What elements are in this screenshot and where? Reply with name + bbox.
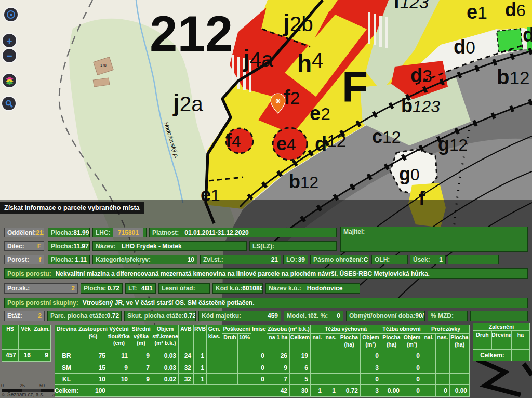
- table-cell: 0: [251, 374, 267, 384]
- table-cell: 42: [267, 385, 289, 396]
- field-label: Úsek:: [413, 256, 430, 263]
- table-cell: 0.00: [450, 385, 469, 396]
- field-spare-2: [470, 311, 528, 321]
- field-label: Lesní úřad:: [162, 285, 195, 292]
- zoom-out-button[interactable]: −: [3, 49, 16, 62]
- field-label: Obmýtí/obnovní doba:: [349, 312, 415, 320]
- table-cell: 0: [361, 350, 381, 362]
- table-cell: Těžba obnovní: [381, 325, 422, 333]
- field-value: 39: [298, 256, 305, 263]
- field-lt: LT:4B1: [125, 283, 156, 294]
- table-cell: Poškození: [222, 325, 251, 333]
- field-label: Pásmo ohrožení:: [313, 256, 364, 263]
- table-cell: Objem (m³): [402, 334, 422, 350]
- field-plocha-porost: Plocha:1.11: [48, 255, 90, 264]
- table-cell: [108, 385, 267, 396]
- field-value: Hodoňovice: [307, 285, 343, 292]
- table-cell: [222, 374, 237, 384]
- field-value: 11.97: [73, 243, 88, 250]
- table-cell: 9: [108, 362, 130, 373]
- app-window: 02550©Seznam.cz, a.s.2021 212Fj2bj4ah4j2…: [0, 0, 532, 398]
- table-cell: [422, 374, 435, 384]
- table-cell: BR: [55, 350, 78, 362]
- table-cell: 26: [267, 350, 289, 362]
- field-spare-1: [448, 255, 499, 264]
- table-cell: 0: [402, 385, 422, 396]
- table-cell: [311, 350, 324, 362]
- field-usek: Úsek:1: [410, 255, 446, 264]
- field-parc-plocha: Parc. plocha etáže:0.72: [47, 311, 122, 321]
- table-cell: Zásoba (m³ b.k.): [267, 325, 310, 333]
- layers-button[interactable]: [3, 74, 16, 87]
- table-cell: 3: [361, 362, 381, 373]
- tooltip: Získat informace o parcele vybraného mís…: [0, 202, 144, 214]
- map-parcel-label: 212: [150, 6, 233, 61]
- field-label: Oddělení:: [7, 229, 36, 236]
- field-label: Plocha:: [84, 285, 106, 292]
- table-cell: 100: [78, 385, 108, 396]
- search-button[interactable]: [2, 97, 16, 110]
- table-cell: 9: [267, 362, 289, 373]
- table-cell: 0: [251, 350, 267, 362]
- table-cell: 19: [290, 350, 310, 362]
- table-cell: Střední výška (m): [130, 325, 152, 350]
- table-cell: [238, 374, 251, 384]
- table-cell: [311, 362, 324, 373]
- table-cell: [450, 350, 469, 362]
- table-cell: 1: [194, 350, 206, 362]
- field-pasmo: Pásmo ohrožení:C: [310, 255, 369, 264]
- zoom-in-button[interactable]: +: [3, 34, 16, 47]
- field-lesni-urad: Lesní úřad:: [158, 283, 210, 294]
- map-parcel-label: e1: [467, 1, 487, 23]
- table-cell: 0.72: [338, 385, 360, 396]
- table-cell: [422, 350, 435, 362]
- table-cell: [422, 385, 435, 396]
- field-label: Plocha:: [51, 229, 73, 236]
- field-oddeleni: Oddělení:212: [4, 228, 44, 237]
- table-cell: HS: [2, 325, 18, 349]
- map-parcel-label: b12: [289, 171, 318, 192]
- field-lslz: LS(LZ):: [249, 241, 337, 251]
- table-cell: [207, 374, 222, 384]
- field-label: Platnost:: [152, 229, 179, 236]
- table-cell: Zakm.: [33, 325, 50, 349]
- table-cell: [381, 374, 402, 384]
- field-label: Plocha:: [51, 243, 73, 250]
- map-parcel-label: g0: [399, 163, 420, 184]
- map-parcel-label: F: [342, 63, 368, 111]
- field-label: Zvl.st.:: [203, 256, 223, 263]
- table-cell: 16: [19, 350, 33, 361]
- table-cell: 0.00: [381, 385, 402, 396]
- field-label: % MZD:: [431, 312, 454, 320]
- table-cell: Prořezávky: [422, 325, 469, 333]
- field-label: LT:: [128, 285, 137, 292]
- field-nazev: Název:LHO Frýdek - Místek: [92, 241, 247, 251]
- table-cell: Druh: [473, 331, 491, 349]
- table-cell: Objem stř.kmene (m³ b.k.): [152, 325, 178, 350]
- field-plocha-porsk: Plocha:0.72: [81, 283, 123, 294]
- table-cell: 0.02: [152, 374, 178, 384]
- map-parcel-label: j2a: [172, 89, 203, 116]
- table-cell: [222, 362, 237, 373]
- map-parcel-label: c12: [372, 126, 401, 147]
- stand-table: DřevinaZastoupení (%)Výčetní tloušťka (c…: [55, 325, 470, 397]
- table-cell: Zalesnění: [473, 323, 529, 330]
- table-cell: Imise: [251, 325, 267, 350]
- table-cell: 0: [436, 385, 449, 396]
- table-cell: na 1 ha: [267, 334, 289, 350]
- field-value: 212: [36, 229, 44, 236]
- field-value: 459: [268, 312, 278, 320]
- locate-button[interactable]: [4, 8, 18, 21]
- map-parcel-label: f2: [284, 86, 300, 108]
- table-cell: [450, 362, 469, 373]
- field-value: 2: [71, 285, 75, 292]
- field-lo: LO:39: [283, 255, 308, 264]
- field-value: 10: [188, 256, 194, 263]
- minus-icon: −: [6, 51, 12, 61]
- zalesneni-table: ZalesněníDruhDřevinahaCelkem:: [473, 323, 530, 361]
- field-skut-plocha: Skut. plocha etáže:0.72: [124, 311, 196, 321]
- table-cell: 1: [194, 362, 206, 373]
- map-parcel-label: g12: [438, 134, 468, 155]
- field-etaz: Etáž:2: [4, 311, 45, 321]
- field-platnost: Platnost:01.01.2011-31.12.2020: [149, 228, 337, 237]
